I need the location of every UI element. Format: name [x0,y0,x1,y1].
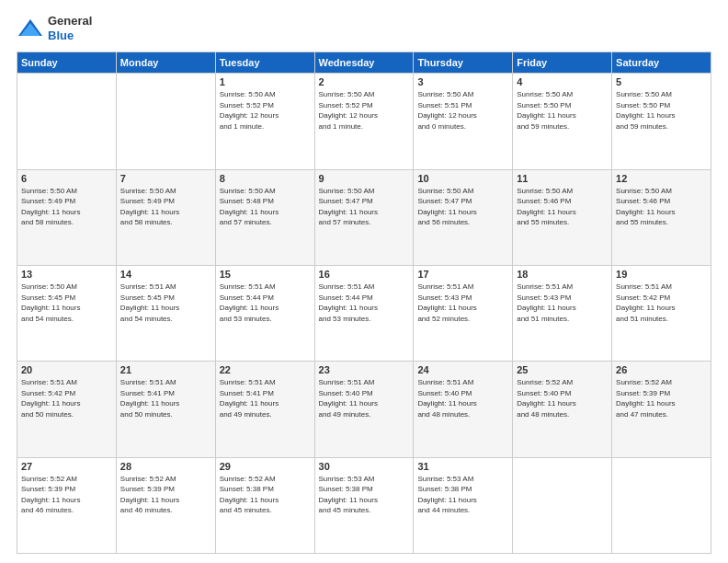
calendar-cell: 4Sunrise: 5:50 AM Sunset: 5:50 PM Daylig… [513,74,612,169]
calendar-cell: 6Sunrise: 5:50 AM Sunset: 5:49 PM Daylig… [17,169,117,265]
day-info: Sunrise: 5:50 AM Sunset: 5:51 PM Dayligh… [417,89,508,132]
header: General Blue [17,14,711,42]
week-row-3: 13Sunrise: 5:50 AM Sunset: 5:45 PM Dayli… [17,265,711,361]
logo: General Blue [17,14,92,42]
day-number: 12 [616,173,707,184]
calendar-cell: 21Sunrise: 5:51 AM Sunset: 5:41 PM Dayli… [116,362,215,457]
day-number: 26 [616,364,707,375]
day-number: 31 [417,461,508,472]
day-info: Sunrise: 5:50 AM Sunset: 5:46 PM Dayligh… [616,186,707,228]
day-info: Sunrise: 5:50 AM Sunset: 5:52 PM Dayligh… [220,89,311,132]
day-header-thursday: Thursday [414,52,513,74]
day-info: Sunrise: 5:52 AM Sunset: 5:39 PM Dayligh… [21,474,112,516]
day-info: Sunrise: 5:50 AM Sunset: 5:47 PM Dayligh… [319,186,410,228]
day-number: 18 [517,269,608,280]
day-number: 27 [21,461,112,472]
day-info: Sunrise: 5:51 AM Sunset: 5:45 PM Dayligh… [120,282,211,324]
calendar-cell: 7Sunrise: 5:50 AM Sunset: 5:49 PM Daylig… [116,169,215,265]
day-number: 11 [517,173,608,184]
calendar-cell [17,74,117,169]
week-row-2: 6Sunrise: 5:50 AM Sunset: 5:49 PM Daylig… [17,169,711,265]
day-header-saturday: Saturday [612,52,711,74]
header-row: SundayMondayTuesdayWednesdayThursdayFrid… [17,52,711,74]
day-info: Sunrise: 5:50 AM Sunset: 5:49 PM Dayligh… [120,186,211,228]
day-header-friday: Friday [513,52,612,74]
day-info: Sunrise: 5:51 AM Sunset: 5:43 PM Dayligh… [417,282,508,324]
calendar-cell: 19Sunrise: 5:51 AM Sunset: 5:42 PM Dayli… [612,265,711,361]
calendar-cell: 5Sunrise: 5:50 AM Sunset: 5:50 PM Daylig… [612,74,711,169]
day-number: 8 [220,173,311,184]
day-number: 10 [417,173,508,184]
day-info: Sunrise: 5:51 AM Sunset: 5:41 PM Dayligh… [220,377,311,419]
day-number: 28 [120,461,211,472]
day-number: 17 [417,269,508,280]
page: General Blue SundayMondayTuesdayWednesda… [0,0,728,563]
day-info: Sunrise: 5:51 AM Sunset: 5:43 PM Dayligh… [517,282,608,324]
day-number: 24 [417,364,508,375]
calendar-cell [612,457,711,553]
day-header-wednesday: Wednesday [314,52,414,74]
day-info: Sunrise: 5:52 AM Sunset: 5:39 PM Dayligh… [616,377,707,419]
day-number: 13 [21,269,112,280]
calendar-cell: 20Sunrise: 5:51 AM Sunset: 5:42 PM Dayli… [17,362,117,457]
day-number: 23 [319,364,410,375]
day-info: Sunrise: 5:51 AM Sunset: 5:40 PM Dayligh… [319,377,410,419]
day-info: Sunrise: 5:50 AM Sunset: 5:47 PM Dayligh… [417,186,508,228]
day-info: Sunrise: 5:50 AM Sunset: 5:45 PM Dayligh… [21,282,112,324]
calendar-cell: 11Sunrise: 5:50 AM Sunset: 5:46 PM Dayli… [513,169,612,265]
day-info: Sunrise: 5:51 AM Sunset: 5:42 PM Dayligh… [21,377,112,419]
calendar-cell: 8Sunrise: 5:50 AM Sunset: 5:48 PM Daylig… [215,169,314,265]
day-number: 21 [120,364,211,375]
day-info: Sunrise: 5:50 AM Sunset: 5:48 PM Dayligh… [220,186,311,228]
day-number: 16 [319,269,410,280]
calendar-cell: 22Sunrise: 5:51 AM Sunset: 5:41 PM Dayli… [215,362,314,457]
calendar-cell: 17Sunrise: 5:51 AM Sunset: 5:43 PM Dayli… [414,265,513,361]
calendar-cell: 24Sunrise: 5:51 AM Sunset: 5:40 PM Dayli… [414,362,513,457]
day-info: Sunrise: 5:50 AM Sunset: 5:46 PM Dayligh… [517,186,608,228]
day-number: 19 [616,269,707,280]
calendar-cell: 13Sunrise: 5:50 AM Sunset: 5:45 PM Dayli… [17,265,117,361]
calendar-cell: 30Sunrise: 5:53 AM Sunset: 5:38 PM Dayli… [314,457,414,553]
day-info: Sunrise: 5:50 AM Sunset: 5:50 PM Dayligh… [517,89,608,132]
day-number: 30 [319,461,410,472]
day-number: 4 [517,76,608,87]
calendar-cell: 23Sunrise: 5:51 AM Sunset: 5:40 PM Dayli… [314,362,414,457]
day-info: Sunrise: 5:52 AM Sunset: 5:39 PM Dayligh… [120,474,211,516]
day-info: Sunrise: 5:50 AM Sunset: 5:52 PM Dayligh… [319,89,410,132]
calendar-cell: 28Sunrise: 5:52 AM Sunset: 5:39 PM Dayli… [116,457,215,553]
day-number: 9 [319,173,410,184]
day-number: 7 [120,173,211,184]
calendar-cell: 14Sunrise: 5:51 AM Sunset: 5:45 PM Dayli… [116,265,215,361]
week-row-1: 1Sunrise: 5:50 AM Sunset: 5:52 PM Daylig… [17,74,711,169]
day-number: 25 [517,364,608,375]
day-number: 1 [220,76,311,87]
calendar-cell: 27Sunrise: 5:52 AM Sunset: 5:39 PM Dayli… [17,457,117,553]
day-info: Sunrise: 5:52 AM Sunset: 5:38 PM Dayligh… [220,474,311,516]
calendar-cell: 31Sunrise: 5:53 AM Sunset: 5:38 PM Dayli… [414,457,513,553]
day-number: 15 [220,269,311,280]
calendar-cell: 29Sunrise: 5:52 AM Sunset: 5:38 PM Dayli… [215,457,314,553]
calendar-table: SundayMondayTuesdayWednesdayThursdayFrid… [17,52,711,554]
calendar-cell: 18Sunrise: 5:51 AM Sunset: 5:43 PM Dayli… [513,265,612,361]
calendar-cell: 3Sunrise: 5:50 AM Sunset: 5:51 PM Daylig… [414,74,513,169]
day-info: Sunrise: 5:51 AM Sunset: 5:40 PM Dayligh… [417,377,508,419]
logo-icon [17,17,44,40]
calendar-cell [116,74,215,169]
day-number: 29 [220,461,311,472]
logo-text: General Blue [48,14,92,42]
day-number: 14 [120,269,211,280]
day-header-sunday: Sunday [17,52,117,74]
day-info: Sunrise: 5:51 AM Sunset: 5:42 PM Dayligh… [616,282,707,324]
calendar-cell: 10Sunrise: 5:50 AM Sunset: 5:47 PM Dayli… [414,169,513,265]
day-info: Sunrise: 5:51 AM Sunset: 5:44 PM Dayligh… [319,282,410,324]
day-number: 2 [319,76,410,87]
calendar-cell: 12Sunrise: 5:50 AM Sunset: 5:46 PM Dayli… [612,169,711,265]
calendar-cell: 2Sunrise: 5:50 AM Sunset: 5:52 PM Daylig… [314,74,414,169]
day-number: 20 [21,364,112,375]
day-number: 6 [21,173,112,184]
day-header-monday: Monday [116,52,215,74]
calendar-cell: 9Sunrise: 5:50 AM Sunset: 5:47 PM Daylig… [314,169,414,265]
day-info: Sunrise: 5:52 AM Sunset: 5:40 PM Dayligh… [517,377,608,419]
day-info: Sunrise: 5:53 AM Sunset: 5:38 PM Dayligh… [417,474,508,516]
day-info: Sunrise: 5:51 AM Sunset: 5:41 PM Dayligh… [120,377,211,419]
